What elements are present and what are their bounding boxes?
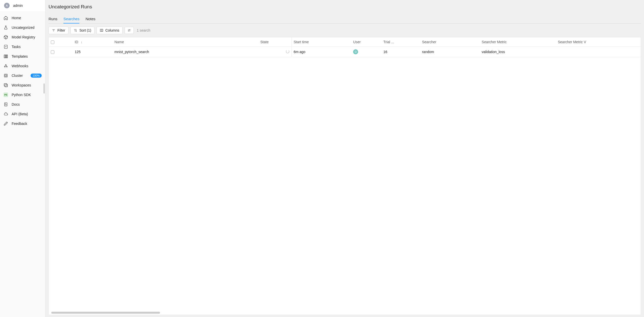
column-header-user[interactable]: User: [351, 37, 381, 47]
columns-icon: [100, 29, 103, 32]
column-header-id[interactable]: ID ↓: [73, 37, 112, 47]
sidebar-item-python-sdk[interactable]: PS Python SDK: [0, 90, 45, 100]
sidebar-item-feedback[interactable]: Feedback: [0, 119, 45, 128]
webhook-icon: [4, 64, 8, 68]
cloud-icon: [4, 112, 8, 116]
columns-button[interactable]: Columns: [97, 27, 123, 34]
sort-button[interactable]: Sort (1): [71, 27, 95, 34]
svg-rect-9: [4, 83, 7, 86]
sidebar: A admin Home Uncategorized Model Registr…: [0, 0, 45, 317]
sidebar-item-label: Docs: [12, 102, 20, 106]
column-header-searcher-metric[interactable]: Searcher Metric: [480, 37, 556, 47]
user-avatar: A: [4, 3, 10, 8]
tab-runs[interactable]: Runs: [49, 15, 57, 24]
sort-arrow-down-icon: ↓: [81, 40, 82, 44]
svg-point-13: [129, 30, 130, 30]
row-searcher-metric-val: [556, 47, 641, 57]
settings-button[interactable]: [125, 27, 134, 34]
column-header-state[interactable]: State: [258, 37, 291, 47]
sidebar-item-label: Home: [12, 16, 21, 20]
sidebar-item-label: Cluster: [12, 74, 23, 78]
sidebar-item-label: Python SDK: [12, 93, 31, 97]
sidebar-item-label: API (Beta): [12, 112, 28, 116]
svg-rect-10: [5, 84, 8, 87]
sidebar-item-webhooks[interactable]: Webhooks: [0, 61, 45, 71]
home-icon: [4, 16, 8, 20]
svg-point-14: [128, 31, 129, 31]
search-table: ID ↓ Name State Start time User Trial ..…: [49, 37, 641, 57]
tab-notes[interactable]: Notes: [85, 15, 95, 24]
sidebar-item-cluster[interactable]: Cluster 100%: [0, 71, 45, 80]
sidebar-item-label: Uncategorized: [12, 26, 34, 30]
column-header-trial[interactable]: Trial ...: [381, 37, 420, 47]
svg-rect-1: [4, 55, 5, 58]
sidebar-item-docs[interactable]: Docs: [0, 100, 45, 109]
column-header-name[interactable]: Name: [112, 37, 258, 47]
svg-rect-2: [6, 55, 7, 58]
sidebar-item-label: Tasks: [12, 45, 21, 49]
row-name[interactable]: mnist_pytorch_search: [112, 47, 258, 57]
sidebar-items: Home Uncategorized Model Registry Tasks: [0, 11, 45, 128]
column-label: ID: [75, 40, 78, 44]
main: Uncategorized Runs Runs Searches Notes F…: [45, 0, 644, 317]
checkbox-icon: [51, 50, 54, 54]
cluster-usage-badge: 100%: [31, 74, 42, 78]
svg-point-4: [4, 66, 5, 67]
svg-rect-11: [5, 103, 7, 106]
svg-rect-3: [7, 55, 8, 58]
tab-searches[interactable]: Searches: [63, 15, 79, 24]
row-searcher: random: [420, 47, 480, 57]
sidebar-item-api[interactable]: API (Beta): [0, 109, 45, 119]
sort-icon: [74, 29, 77, 32]
svg-point-5: [7, 66, 7, 67]
filter-label: Filter: [57, 28, 65, 32]
toolbar: Filter Sort (1) Columns 1 search: [49, 24, 641, 37]
user-menu[interactable]: A admin: [0, 0, 45, 11]
sidebar-item-label: Templates: [12, 54, 28, 58]
sidebar-item-label: Feedback: [12, 122, 27, 126]
workspaces-icon: [4, 83, 8, 87]
checkbox-icon: [51, 40, 54, 44]
svg-rect-12: [100, 29, 103, 31]
sidebar-item-label: Webhooks: [12, 64, 28, 68]
docs-icon: [4, 102, 8, 107]
sidebar-scrollbar[interactable]: [43, 83, 45, 94]
cluster-icon: [4, 73, 8, 78]
sidebar-item-workspaces[interactable]: Workspaces: [0, 80, 45, 90]
templates-icon: [4, 54, 8, 59]
filter-icon: [52, 29, 55, 32]
column-header-searcher-metric-val[interactable]: Searcher Metric V: [556, 37, 641, 47]
row-id: 125: [73, 47, 112, 57]
svg-rect-8: [5, 75, 7, 76]
table-row[interactable]: 125 mnist_pytorch_search 6m ago D 16 ran…: [49, 47, 641, 57]
table-container: ID ↓ Name State Start time User Trial ..…: [49, 37, 641, 315]
table-header-row: ID ↓ Name State Start time User Trial ..…: [49, 37, 641, 47]
sidebar-item-uncategorized[interactable]: Uncategorized: [0, 23, 45, 32]
sidebar-item-home[interactable]: Home: [0, 13, 45, 23]
python-sdk-icon: PS: [4, 93, 8, 97]
column-header-searcher[interactable]: Searcher: [420, 37, 480, 47]
spinner-icon: [286, 50, 289, 53]
sidebar-item-label: Workspaces: [12, 83, 31, 87]
sidebar-item-label: Model Registry: [12, 35, 35, 39]
sidebar-item-templates[interactable]: Templates: [0, 52, 45, 61]
box-icon: [4, 35, 8, 39]
page-title: Uncategorized Runs: [49, 0, 641, 10]
filter-button[interactable]: Filter: [49, 27, 68, 34]
user-name: admin: [13, 4, 23, 8]
row-checkbox[interactable]: [49, 47, 73, 57]
row-searcher-metric: validation_loss: [480, 47, 556, 57]
sidebar-item-model-registry[interactable]: Model Registry: [0, 32, 45, 42]
search-count: 1 search: [137, 28, 150, 32]
sort-label: Sort (1): [79, 28, 91, 32]
sidebar-item-tasks[interactable]: Tasks: [0, 42, 45, 52]
flask-icon: [4, 25, 8, 30]
row-user: D: [351, 47, 381, 57]
row-trial: 16: [381, 47, 420, 57]
horizontal-scrollbar[interactable]: [51, 312, 160, 314]
select-all-header[interactable]: [49, 37, 73, 47]
column-header-start-time[interactable]: Start time: [291, 37, 351, 47]
sliders-icon: [127, 29, 131, 32]
tasks-icon: [4, 44, 8, 49]
svg-rect-7: [4, 74, 7, 77]
